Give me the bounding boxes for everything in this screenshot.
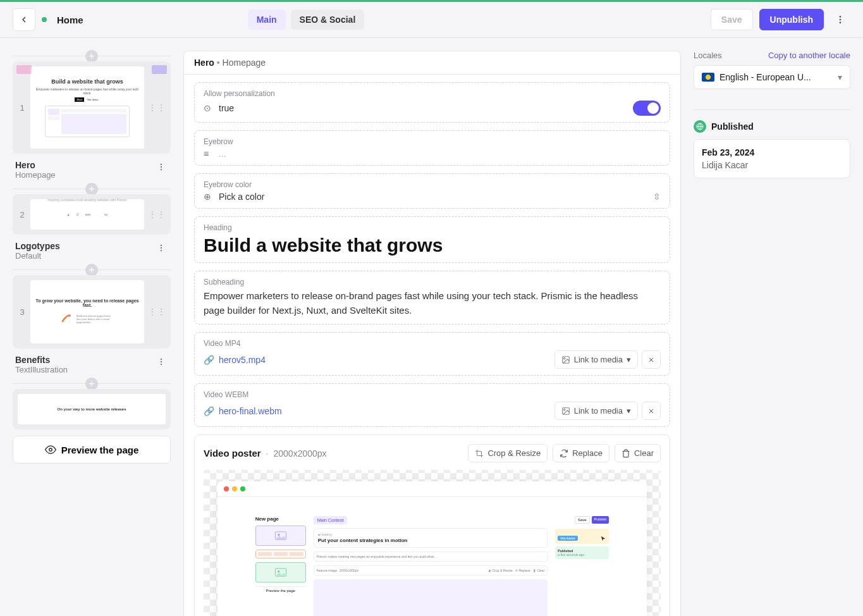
slice-thumbnail: To grow your website, you need to releas…: [30, 280, 144, 343]
publish-meta: Feb 23, 2024 Lidija Kacar: [694, 139, 850, 178]
field-video-mp4[interactable]: Video MP4 🔗 herov5.mp4 Link to media ▾: [194, 332, 670, 376]
svg-point-5: [161, 169, 162, 170]
slice-card[interactable]: On your way to more website releases: [13, 389, 171, 429]
slice-number: 2: [18, 210, 27, 219]
image-icon: [561, 355, 570, 364]
right-panel: Locales Copy to another locale English -…: [694, 51, 850, 616]
svg-point-2: [840, 22, 842, 23]
image-icon: [561, 407, 570, 416]
slice-more-button[interactable]: [154, 355, 168, 371]
dots-vertical-icon: [157, 243, 166, 252]
field-video-poster: Video poster · 2000x2000px Crop & Resize…: [194, 434, 670, 616]
add-slice-button[interactable]: +: [85, 264, 98, 276]
crop-resize-button[interactable]: Crop & Resize: [468, 444, 548, 462]
chevron-updown-icon: ⇳: [653, 192, 661, 202]
slice-divider: +: [13, 56, 171, 56]
link-icon: 🔗: [204, 406, 214, 416]
locales-label: Locales: [694, 51, 722, 60]
poster-preview[interactable]: New page Preview the page: [204, 470, 661, 616]
page-title: Home: [57, 15, 83, 25]
drag-handle-icon[interactable]: ⋮⋮: [148, 102, 166, 113]
svg-point-0: [840, 16, 842, 18]
link-to-media-button[interactable]: Link to media ▾: [554, 350, 638, 369]
header-tabs: Main SEO & Social: [248, 9, 365, 30]
link-icon: 🔗: [204, 355, 214, 365]
remove-media-button[interactable]: [642, 350, 661, 369]
field-eyebrow-color[interactable]: Eyebrow color ⊕ Pick a color ⇳: [194, 173, 670, 209]
add-slice-button[interactable]: +: [85, 50, 98, 63]
editor-panel: Hero • Homepage Allow personalization ⊙ …: [183, 51, 681, 616]
slice-thumbnail: Inspiring companies build amazing websit…: [30, 199, 144, 230]
preview-page-button[interactable]: Preview the page: [13, 436, 171, 464]
clear-button[interactable]: Clear: [615, 444, 661, 462]
toggle-switch[interactable]: [633, 101, 661, 116]
status-dot: [42, 17, 47, 22]
arrow-left-icon: [19, 15, 29, 25]
locale-select[interactable]: English - European U... ▾: [694, 65, 850, 89]
dots-vertical-icon: [157, 357, 166, 366]
field-heading[interactable]: Heading Build a website that grows: [194, 216, 670, 263]
eu-flag-icon: [702, 73, 714, 82]
svg-point-7: [161, 247, 162, 249]
field-video-webm[interactable]: Video WEBM 🔗 hero-final.webm Link to med…: [194, 383, 670, 427]
header: Home Main SEO & Social Save Unpublish: [0, 2, 863, 38]
slice-card[interactable]: 1 Build a website that grows Empower mar…: [13, 61, 171, 154]
svg-point-9: [161, 359, 162, 360]
slice-name: Hero: [15, 160, 56, 170]
add-slice-button[interactable]: +: [85, 183, 98, 195]
close-icon: [647, 356, 655, 364]
svg-point-8: [161, 250, 162, 251]
trash-icon: [621, 449, 630, 458]
eye-icon: [45, 444, 56, 455]
svg-point-14: [563, 357, 565, 359]
circle-icon: ⊕: [204, 192, 214, 202]
publish-status: Published: [694, 120, 850, 133]
field-allow-personalization[interactable]: Allow personalization ⊙ true: [194, 82, 670, 123]
drag-handle-icon[interactable]: ⋮⋮: [148, 209, 166, 219]
slice-card[interactable]: 3 To grow your website, you need to rele…: [13, 275, 171, 348]
save-button[interactable]: Save: [711, 9, 753, 30]
more-menu-button[interactable]: [830, 9, 850, 30]
chevron-down-icon: ▾: [838, 72, 842, 82]
svg-point-20: [278, 570, 279, 572]
slice-number: 1: [18, 103, 27, 113]
tab-main[interactable]: Main: [248, 9, 286, 30]
slice-thumbnail: On your way to more website releases: [18, 394, 166, 424]
add-slice-button[interactable]: +: [85, 378, 98, 390]
dots-vertical-icon: [835, 15, 845, 25]
chevron-down-icon: ▾: [627, 406, 631, 416]
back-button[interactable]: [13, 8, 35, 31]
dots-vertical-icon: [157, 163, 166, 171]
svg-point-6: [161, 245, 162, 246]
slice-card[interactable]: 2 Inspiring companies build amazing webs…: [13, 194, 171, 235]
crop-icon: [475, 449, 484, 458]
globe-icon: [694, 120, 706, 133]
slice-number: 3: [18, 307, 27, 317]
chevron-down-icon: ▾: [627, 355, 631, 364]
svg-point-1: [840, 19, 842, 21]
replace-icon: [560, 449, 568, 458]
svg-point-4: [161, 166, 162, 168]
svg-point-3: [161, 164, 162, 165]
close-icon: [647, 407, 655, 415]
svg-point-11: [161, 364, 162, 365]
field-eyebrow[interactable]: Eyebrow ≡ ...: [194, 130, 670, 166]
text-icon: ≡: [204, 149, 214, 159]
unpublish-button[interactable]: Unpublish: [759, 9, 824, 30]
slice-more-button[interactable]: [154, 160, 168, 176]
slice-thumbnail: Build a website that grows Empower marke…: [30, 66, 144, 149]
svg-point-18: [278, 534, 279, 536]
svg-point-12: [49, 448, 52, 452]
drag-handle-icon[interactable]: ⋮⋮: [148, 307, 166, 317]
link-to-media-button[interactable]: Link to media ▾: [554, 402, 638, 420]
slice-more-button[interactable]: [154, 241, 168, 257]
field-subheading[interactable]: Subheading Empower marketers to release …: [194, 271, 670, 324]
toggle-icon: ⊙: [204, 103, 214, 113]
editor-breadcrumb: Hero • Homepage: [184, 51, 680, 75]
svg-point-16: [563, 409, 565, 410]
slice-variation: Homepage: [15, 170, 56, 180]
remove-media-button[interactable]: [642, 402, 661, 420]
replace-button[interactable]: Replace: [553, 444, 609, 462]
tab-seo-social[interactable]: SEO & Social: [291, 9, 365, 30]
copy-locale-link[interactable]: Copy to another locale: [768, 51, 850, 60]
